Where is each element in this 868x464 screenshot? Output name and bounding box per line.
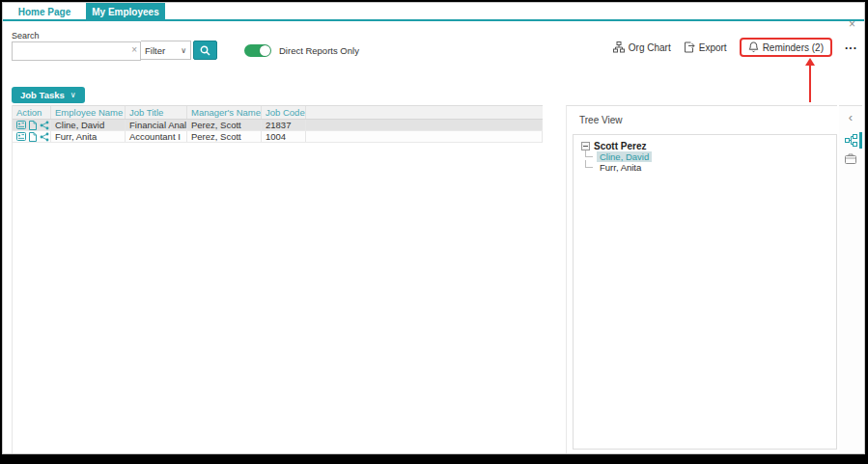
job-title-cell: Financial Analyst	[126, 120, 187, 130]
tree-view-panel: Tree View Scott Perez Cline, David Furr,…	[566, 105, 837, 453]
search-icon	[200, 45, 210, 56]
grid-header-row: Action Employee Name Job Title Manager's…	[13, 105, 543, 120]
tree-container: Scott Perez Cline, David Furr, Anita	[573, 134, 837, 450]
column-header-job-title[interactable]: Job Title	[126, 106, 187, 119]
column-header-employee-name[interactable]: Employee Name	[51, 106, 126, 119]
search-button[interactable]	[193, 41, 217, 60]
tree-children: Cline, David Furr, Anita	[585, 151, 828, 173]
search-input[interactable]	[12, 41, 141, 61]
search-label: Search	[12, 31, 40, 41]
job-code-cell: 1004	[262, 131, 306, 142]
side-icon-strip: ‹	[839, 105, 862, 453]
share-icon[interactable]	[40, 132, 49, 142]
filter-label: Filter	[145, 45, 165, 56]
column-header-job-code[interactable]: Job Code	[262, 106, 306, 119]
id-card-icon[interactable]	[16, 132, 26, 141]
export-label: Export	[699, 42, 727, 53]
employee-grid: Action Employee Name Job Title Manager's…	[12, 105, 543, 453]
clipboard-tab-icon[interactable]	[839, 153, 862, 164]
toggle-knob	[260, 45, 270, 56]
reminders-label: Reminders (2)	[763, 42, 824, 53]
search-field-wrap: ×	[12, 41, 141, 61]
export-button[interactable]: Export	[684, 41, 727, 53]
collapse-expander-icon[interactable]	[581, 142, 590, 150]
manager-name-cell: Perez, Scott	[187, 131, 262, 142]
tree-node-child[interactable]: Furr, Anita	[585, 162, 828, 173]
search-toolbar: × Filter ∨ Direct Reports Only	[12, 41, 359, 61]
chevron-down-icon: ∨	[70, 91, 76, 99]
job-tasks-label: Job Tasks	[20, 90, 65, 100]
action-cell	[13, 120, 51, 130]
job-title-cell: Accountant I	[126, 131, 187, 142]
share-icon[interactable]	[40, 121, 49, 130]
app-window: Home Page My Employees × Search × Filter…	[2, 2, 865, 454]
clear-search-icon[interactable]: ×	[131, 44, 137, 55]
table-row[interactable]: Cline, David Financial Analyst Perez, Sc…	[13, 120, 543, 131]
action-cell	[13, 131, 51, 142]
reminders-button[interactable]: Reminders (2)	[740, 38, 832, 57]
toolbar-right: Org Chart Export Reminders (2) ...	[613, 38, 857, 57]
employee-name-cell: Cline, David	[51, 120, 126, 130]
filler-cell	[306, 120, 543, 130]
org-chart-button[interactable]: Org Chart	[613, 41, 671, 53]
document-icon[interactable]	[29, 121, 37, 130]
org-chart-icon	[613, 41, 625, 53]
tree-node-root[interactable]: Scott Perez	[581, 141, 828, 151]
annotation-arrow-up	[805, 58, 815, 102]
tree-connector	[585, 150, 593, 157]
org-chart-label: Org Chart	[629, 42, 671, 53]
tree-connector	[585, 160, 593, 168]
arrow-head	[805, 58, 815, 66]
close-icon[interactable]: ×	[849, 19, 855, 29]
column-header-filler	[306, 106, 543, 119]
chevron-down-icon: ∨	[181, 46, 186, 55]
job-code-cell: 21837	[262, 120, 306, 130]
tab-my-employees[interactable]: My Employees	[86, 3, 165, 21]
employee-name-cell: Furr, Anita	[51, 131, 126, 142]
bell-icon	[748, 41, 759, 53]
tree-child-label[interactable]: Furr, Anita	[597, 162, 644, 173]
arrow-shaft	[809, 66, 811, 102]
id-card-icon[interactable]	[16, 121, 26, 129]
document-icon[interactable]	[29, 132, 37, 142]
tree-view-title: Tree View	[567, 106, 837, 125]
filter-dropdown[interactable]: Filter ∨	[141, 41, 191, 60]
collapse-panel-chevron-icon[interactable]: ‹	[839, 111, 862, 123]
column-header-action[interactable]: Action	[13, 106, 51, 119]
tab-bar: Home Page My Employees	[3, 3, 864, 21]
direct-reports-toggle[interactable]	[244, 44, 271, 57]
active-tab-indicator	[859, 132, 862, 149]
filler-cell	[306, 131, 543, 142]
tree-child-label[interactable]: Cline, David	[597, 151, 652, 162]
tree-root-label: Scott Perez	[594, 141, 646, 151]
table-row[interactable]: Furr, Anita Accountant I Perez, Scott 10…	[13, 131, 543, 143]
export-icon	[684, 41, 695, 53]
direct-reports-label: Direct Reports Only	[279, 45, 359, 56]
manager-name-cell: Perez, Scott	[187, 120, 262, 130]
more-menu-button[interactable]: ...	[845, 39, 857, 52]
column-header-manager-name[interactable]: Manager's Name	[187, 106, 262, 119]
tree-node-child[interactable]: Cline, David	[585, 151, 828, 162]
job-tasks-button[interactable]: Job Tasks ∨	[12, 87, 85, 103]
tab-home-page[interactable]: Home Page	[3, 3, 86, 21]
